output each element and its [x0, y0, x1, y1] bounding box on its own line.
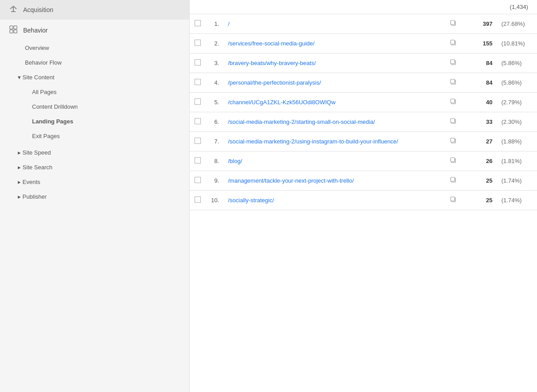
- sidebar-item-events[interactable]: ▸ Events: [0, 175, 189, 189]
- landing-pages-label: Landing Pages: [32, 118, 73, 125]
- table-row: 7. /social-media-marketing-2/using-insta…: [190, 132, 537, 151]
- events-label: ▸ Events: [18, 179, 40, 185]
- row-checkbox[interactable]: [195, 98, 201, 105]
- top-count-row: (1,434): [190, 0, 537, 14]
- sidebar-item-site-speed[interactable]: ▸ Site Speed: [0, 145, 189, 160]
- row-value: 27: [461, 132, 497, 151]
- row-pct: (1.74%): [497, 171, 537, 191]
- copy-icon-cell[interactable]: [445, 151, 461, 171]
- copy-icon-cell[interactable]: [445, 73, 461, 93]
- row-value: 155: [461, 34, 497, 53]
- row-url-cell[interactable]: /socially-strategic/: [224, 191, 445, 210]
- row-checkbox[interactable]: [195, 196, 201, 203]
- row-url-cell[interactable]: /personal/the-perfectionist-paralysis/: [224, 73, 445, 93]
- row-url-link[interactable]: /bravery-beats/why-bravery-beats/: [228, 60, 316, 66]
- sidebar-item-site-search[interactable]: ▸ Site Search: [0, 160, 189, 175]
- row-number: 7.: [206, 132, 224, 151]
- table-row: 6. /social-media-marketing-2/starting-sm…: [190, 112, 537, 132]
- row-url-link[interactable]: /social-media-marketing-2/starting-small…: [228, 118, 375, 125]
- sidebar-item-behavior-flow[interactable]: Behavior Flow: [0, 55, 189, 70]
- row-checkbox[interactable]: [195, 40, 201, 46]
- row-url-cell[interactable]: /management/tackle-your-next-project-wit…: [224, 171, 445, 191]
- row-url-link[interactable]: /blog/: [228, 158, 242, 164]
- row-url-cell[interactable]: /channel/UCgA1ZKL-Kzk56UOdi8OWIQw: [224, 93, 445, 112]
- sidebar-item-behavior[interactable]: Behavior: [0, 20, 189, 41]
- row-number: 9.: [206, 171, 224, 191]
- row-url-link[interactable]: /social-media-marketing-2/using-instagra…: [228, 138, 398, 145]
- row-checkbox[interactable]: [195, 138, 201, 144]
- exit-pages-label: Exit Pages: [32, 133, 60, 139]
- row-value: 33: [461, 112, 497, 132]
- sidebar-item-exit-pages[interactable]: Exit Pages: [0, 129, 189, 143]
- row-value: 84: [461, 73, 497, 93]
- sidebar-item-landing-pages[interactable]: Landing Pages: [0, 114, 189, 129]
- copy-icon-cell[interactable]: [445, 171, 461, 191]
- copy-icon-cell[interactable]: [445, 34, 461, 53]
- row-url-link[interactable]: /services/free-social-media-guide/: [228, 40, 314, 47]
- row-value: 25: [461, 191, 497, 210]
- sidebar-item-overview[interactable]: Overview: [0, 41, 189, 55]
- svg-rect-2: [10, 30, 13, 33]
- row-checkbox[interactable]: [195, 157, 201, 163]
- site-speed-label: ▸ Site Speed: [18, 149, 51, 156]
- row-checkbox-cell: [190, 53, 206, 73]
- svg-rect-15: [451, 118, 455, 122]
- sidebar-item-content-drilldown[interactable]: Content Drilldown: [0, 99, 189, 114]
- sidebar-item-site-content[interactable]: ▾ Site Content: [0, 70, 189, 85]
- copy-icon-cell[interactable]: [445, 14, 461, 34]
- row-url-link[interactable]: /channel/UCgA1ZKL-Kzk56UOdi8OWIQw: [228, 99, 335, 106]
- behavior-icon: [9, 25, 18, 35]
- svg-rect-17: [451, 138, 455, 142]
- row-checkbox[interactable]: [195, 177, 201, 183]
- table-row: 8. /blog/ 26 (1.81%): [190, 151, 537, 171]
- row-checkbox-cell: [190, 112, 206, 132]
- sidebar: Acquisition Behavior Overview Behavior F…: [0, 0, 190, 392]
- site-content-label: ▾ Site Content: [18, 74, 54, 81]
- row-number: 1.: [206, 14, 224, 34]
- sidebar-item-all-pages[interactable]: All Pages: [0, 85, 189, 99]
- svg-rect-0: [10, 26, 13, 29]
- copy-icon-cell[interactable]: [445, 191, 461, 210]
- row-url-cell[interactable]: /blog/: [224, 151, 445, 171]
- table-row: 5. /channel/UCgA1ZKL-Kzk56UOdi8OWIQw 40 …: [190, 93, 537, 112]
- row-url-cell[interactable]: /services/free-social-media-guide/: [224, 34, 445, 53]
- table-row: 3. /bravery-beats/why-bravery-beats/ 84 …: [190, 53, 537, 73]
- copy-icon-cell[interactable]: [445, 132, 461, 151]
- row-url-cell[interactable]: /social-media-marketing-2/using-instagra…: [224, 132, 445, 151]
- row-checkbox-cell: [190, 34, 206, 53]
- row-value: 25: [461, 171, 497, 191]
- svg-rect-9: [451, 60, 455, 64]
- copy-icon-cell[interactable]: [445, 93, 461, 112]
- row-checkbox[interactable]: [195, 59, 201, 65]
- copy-icon: [450, 39, 457, 46]
- row-number: 2.: [206, 34, 224, 53]
- publisher-label: ▸ Publisher: [18, 193, 47, 200]
- sidebar-item-publisher[interactable]: ▸ Publisher: [0, 189, 189, 204]
- copy-icon-cell[interactable]: [445, 53, 461, 73]
- svg-rect-13: [451, 99, 455, 103]
- copy-icon-cell[interactable]: [445, 112, 461, 132]
- copy-icon: [450, 118, 457, 125]
- row-pct: (1.74%): [497, 191, 537, 210]
- row-checkbox-cell: [190, 171, 206, 191]
- row-pct: (1.81%): [497, 151, 537, 171]
- row-url-link[interactable]: /personal/the-perfectionist-paralysis/: [228, 79, 321, 86]
- row-url-link[interactable]: /socially-strategic/: [228, 197, 274, 204]
- row-checkbox[interactable]: [195, 20, 201, 26]
- copy-icon: [450, 176, 457, 184]
- row-checkbox[interactable]: [195, 79, 201, 85]
- row-url-cell[interactable]: /bravery-beats/why-bravery-beats/: [224, 53, 445, 73]
- sidebar-item-acquisition[interactable]: Acquisition: [0, 0, 189, 20]
- row-number: 5.: [206, 93, 224, 112]
- row-url-link[interactable]: /: [228, 20, 230, 27]
- svg-rect-3: [14, 30, 17, 33]
- row-number: 4.: [206, 73, 224, 93]
- copy-icon: [450, 157, 457, 164]
- row-url-cell[interactable]: /social-media-marketing-2/starting-small…: [224, 112, 445, 132]
- behavior-flow-label: Behavior Flow: [25, 59, 61, 66]
- row-checkbox[interactable]: [195, 118, 201, 124]
- row-pct: (2.79%): [497, 93, 537, 112]
- copy-icon: [450, 137, 457, 144]
- row-url-link[interactable]: /management/tackle-your-next-project-wit…: [228, 177, 354, 184]
- row-url-cell[interactable]: /: [224, 14, 445, 34]
